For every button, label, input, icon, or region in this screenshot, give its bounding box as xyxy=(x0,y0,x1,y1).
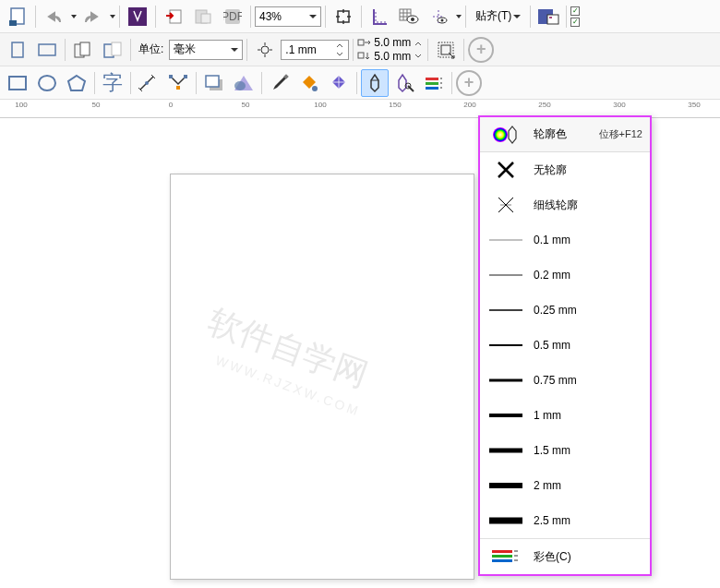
connector-tool[interactable] xyxy=(164,69,192,97)
property-bar: 单位: 毫米 5.0 mm 5.0 mm + xyxy=(0,33,720,66)
ellipse-tool[interactable] xyxy=(33,69,61,97)
duplicate-distance: 5.0 mm 5.0 mm xyxy=(357,36,411,63)
svg-rect-25 xyxy=(358,53,364,58)
svg-rect-33 xyxy=(184,75,187,78)
tools-row: 字 + xyxy=(0,66,720,100)
svg-point-30 xyxy=(145,81,149,85)
hairline-icon xyxy=(487,194,524,216)
snap-to-btn[interactable]: 贴齐(T) xyxy=(470,3,526,30)
eyedropper-tool[interactable] xyxy=(266,69,294,97)
nudge-combo[interactable] xyxy=(281,40,349,60)
outline-width-item[interactable]: 2 mm xyxy=(480,468,650,503)
units-combo[interactable]: 毫米 xyxy=(169,40,243,60)
all-pages-btn[interactable] xyxy=(69,36,97,64)
outline-width-item[interactable]: 0.2 mm xyxy=(480,258,650,293)
outline-color-icon xyxy=(487,124,524,146)
undo-btn[interactable] xyxy=(40,3,67,30)
dropshadow-tool[interactable] xyxy=(200,69,228,97)
outline-color-item[interactable]: 轮廓色 位移+F12 xyxy=(480,117,650,152)
svg-rect-35 xyxy=(206,76,219,87)
text-tool[interactable]: 字 xyxy=(99,69,126,97)
zoom-drop-icon[interactable] xyxy=(309,15,317,18)
interactive-fill-tool[interactable] xyxy=(295,69,323,97)
transparency-tool[interactable] xyxy=(230,69,258,97)
svg-rect-40 xyxy=(426,78,438,80)
outline-width-item[interactable]: 1.5 mm xyxy=(480,433,650,468)
nudge-icon xyxy=(251,36,279,64)
width-sample-icon xyxy=(487,299,524,321)
svg-rect-1 xyxy=(9,20,17,26)
export-btn[interactable] xyxy=(189,3,217,30)
chk2[interactable] xyxy=(570,18,580,27)
width-sample-icon xyxy=(487,510,524,532)
new-doc-btn[interactable] xyxy=(4,3,31,30)
svg-rect-41 xyxy=(426,82,438,85)
pdf-btn[interactable]: PDF xyxy=(219,3,246,30)
landscape-btn[interactable] xyxy=(33,36,61,64)
width-sample-icon xyxy=(487,404,524,426)
width-sample-icon xyxy=(487,439,524,462)
svg-rect-42 xyxy=(426,87,438,90)
svg-point-23 xyxy=(261,46,269,54)
svg-text:PDF: PDF xyxy=(223,10,242,23)
zoom-input[interactable] xyxy=(259,10,306,23)
width-sample-icon xyxy=(487,369,524,391)
svg-rect-5 xyxy=(201,14,210,23)
width-sample-icon xyxy=(487,264,524,286)
svg-rect-32 xyxy=(176,86,180,90)
outline-color-tool[interactable] xyxy=(390,69,418,97)
color-outline-icon xyxy=(487,546,524,568)
svg-rect-24 xyxy=(358,40,364,45)
width-sample-icon xyxy=(487,229,524,251)
rulers-btn[interactable] xyxy=(366,3,393,30)
polygon-tool[interactable] xyxy=(63,69,90,97)
outline-width-item[interactable]: 0.25 mm xyxy=(480,293,650,328)
svg-point-36 xyxy=(234,81,246,90)
chk1[interactable] xyxy=(570,6,580,16)
svg-rect-31 xyxy=(169,75,173,78)
svg-point-38 xyxy=(312,86,318,91)
outline-pen-tool[interactable] xyxy=(361,69,389,97)
options-btn[interactable] xyxy=(534,3,562,30)
snap-checkboxes xyxy=(570,6,580,27)
full-screen-btn[interactable] xyxy=(330,3,357,30)
undo-drop-icon[interactable] xyxy=(71,15,77,18)
redo-btn[interactable] xyxy=(78,3,106,30)
width-sample-icon xyxy=(487,474,524,497)
svg-rect-17 xyxy=(12,42,23,57)
outline-flyout: 轮廓色 位移+F12 无轮廓 细线轮廓 0.1 mm0.2 mm0.25 mm0… xyxy=(478,115,652,576)
svg-rect-22 xyxy=(112,42,121,55)
svg-rect-55 xyxy=(492,559,512,562)
svg-rect-2 xyxy=(128,7,147,26)
svg-rect-28 xyxy=(9,77,26,90)
guidelines-btn[interactable] xyxy=(425,3,452,30)
portrait-btn[interactable] xyxy=(4,36,31,64)
import-btn[interactable] xyxy=(160,3,187,30)
rectangle-tool[interactable] xyxy=(4,69,31,97)
current-page-btn[interactable] xyxy=(99,36,126,64)
redo-drop-icon[interactable] xyxy=(110,15,115,18)
main-toolbar: PDF 贴齐(T) xyxy=(0,0,720,33)
outline-width-item[interactable]: 0.5 mm xyxy=(480,328,650,363)
svg-point-43 xyxy=(493,127,508,142)
outline-width-item[interactable]: 0.1 mm xyxy=(480,222,650,258)
app-launcher-btn[interactable] xyxy=(124,3,151,30)
outline-width-item[interactable]: 1 mm xyxy=(480,398,650,433)
no-outline-item[interactable]: 无轮廓 xyxy=(480,152,650,187)
treat-as-filled-btn[interactable] xyxy=(432,36,460,64)
color-outline-item[interactable]: 彩色(C) xyxy=(480,539,650,574)
outline-width-item[interactable]: 2.5 mm xyxy=(480,503,650,538)
grid-btn[interactable] xyxy=(395,3,423,30)
add-tool-btn[interactable]: + xyxy=(456,70,482,96)
edit-fill-tool[interactable] xyxy=(420,69,448,97)
svg-rect-20 xyxy=(80,42,90,55)
svg-point-11 xyxy=(411,18,414,21)
dimension-tool[interactable] xyxy=(135,69,162,97)
mesh-fill-tool[interactable] xyxy=(325,69,353,97)
add-preset-btn[interactable]: + xyxy=(468,37,494,63)
hairline-item[interactable]: 细线轮廓 xyxy=(480,187,650,222)
zoom-combo[interactable] xyxy=(255,6,321,27)
outline-width-item[interactable]: 0.75 mm xyxy=(480,363,650,398)
svg-rect-15 xyxy=(547,15,558,24)
svg-rect-54 xyxy=(492,555,512,558)
